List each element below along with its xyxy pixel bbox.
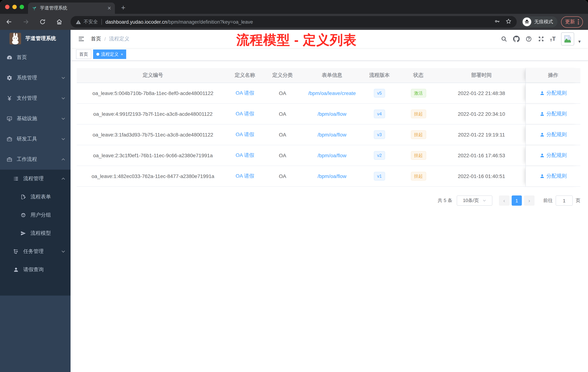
sidebar-item-home[interactable]: 首页 bbox=[0, 47, 71, 68]
sidebar-item-user-group[interactable]: 用户分组 bbox=[0, 206, 71, 224]
forward-icon[interactable] bbox=[20, 16, 31, 27]
definition-name-link[interactable]: OA 请假 bbox=[236, 152, 254, 159]
browser-menu-icon[interactable] bbox=[578, 19, 579, 24]
definition-name-link[interactable]: OA 请假 bbox=[236, 131, 254, 138]
sidebar-item-process-model[interactable]: 流程模型 bbox=[0, 224, 71, 242]
back-icon[interactable] bbox=[4, 16, 15, 27]
cell-status: 挂起 bbox=[399, 104, 437, 124]
zoom-window-button[interactable] bbox=[20, 5, 24, 9]
sidebar-item-payment[interactable]: 支付管理 bbox=[0, 88, 71, 109]
browser-tab[interactable]: 芋道管理系统 ✕ bbox=[28, 2, 115, 14]
table-row: oa_leave:2:3c1f0ef1-76b1-11ec-9c66-a2380… bbox=[77, 145, 580, 166]
version-tag: v3 bbox=[374, 130, 385, 139]
bookmark-star-icon[interactable] bbox=[505, 18, 512, 26]
table-row: oa_leave:4:991f2193-7b7f-11ec-a3c8-acde4… bbox=[77, 104, 580, 124]
cell-version: v3 bbox=[360, 124, 399, 145]
definition-name-link[interactable]: OA 请假 bbox=[236, 111, 254, 117]
form-info-link[interactable]: /bpm/oa/flow bbox=[318, 132, 346, 138]
form-info-link[interactable]: /bpm/oa/flow bbox=[318, 173, 346, 179]
assign-rule-link[interactable]: 分配规则 bbox=[539, 152, 567, 159]
navbar: 首页 / 流程定义 TT bbox=[71, 30, 588, 48]
browser-update-button[interactable]: 更新 bbox=[561, 16, 583, 27]
list-icon bbox=[13, 176, 19, 182]
sidebar-item-process-form[interactable]: 流程表单 bbox=[0, 188, 71, 206]
close-icon[interactable]: × bbox=[121, 52, 123, 56]
cell-definition-id: oa_leave:5:004b710b-7b8a-11ec-8ef0-acde4… bbox=[77, 83, 229, 103]
assign-rule-link[interactable]: 分配规则 bbox=[539, 173, 567, 179]
update-label: 更新 bbox=[565, 19, 575, 25]
tag-process-definition[interactable]: 流程定义× bbox=[93, 50, 126, 59]
cell-definition-id: oa_leave:4:991f2193-7b7f-11ec-a3c8-acde4… bbox=[77, 104, 229, 124]
sidebar-item-label: 用户分组 bbox=[31, 212, 51, 219]
toolbox-icon bbox=[7, 136, 12, 142]
form-info-link[interactable]: /bpm/oa/leave/create bbox=[308, 90, 356, 96]
sidebar-item-label: 流程管理 bbox=[23, 175, 44, 182]
chevron-up-icon bbox=[61, 157, 65, 162]
not-secure-warning-icon[interactable] bbox=[76, 19, 81, 25]
browser-window: 芋道管理系统 ✕ + 不安全 dashboard.yudao.iocoder.c… bbox=[0, 0, 588, 372]
sidebar-item-task-manage[interactable]: 任务管理 bbox=[0, 242, 71, 261]
yen-icon bbox=[7, 95, 12, 101]
status-tag: 挂起 bbox=[411, 130, 426, 139]
sidebar-item-leave-query[interactable]: 请假查询 bbox=[0, 261, 71, 279]
tag-home[interactable]: 首页 bbox=[76, 50, 91, 59]
table-row: oa_leave:3:1fad3d93-7b75-11ec-a3c8-acde4… bbox=[77, 124, 580, 145]
cell-deploy-time: 2022-01-16 01:40:51 bbox=[437, 166, 525, 186]
address-bar[interactable]: 不安全 dashboard.yudao.iocoder.cn/bpm/manag… bbox=[71, 16, 517, 28]
sidebar-item-devtools[interactable]: 研发工具 bbox=[0, 129, 71, 149]
sidebar-item-infra[interactable]: 基础设施 bbox=[0, 109, 71, 129]
column-header-6: 部署时间 bbox=[437, 68, 525, 83]
pagination-total: 共 5 条 bbox=[438, 197, 452, 204]
help-icon[interactable] bbox=[525, 35, 532, 42]
browser-tab-strip: 芋道管理系统 ✕ + bbox=[0, 0, 588, 14]
form-info-link[interactable]: /bpm/oa/flow bbox=[318, 111, 346, 117]
password-key-icon[interactable] bbox=[494, 18, 500, 26]
sidebar-item-process-manage[interactable]: 流程管理 bbox=[0, 170, 71, 188]
definition-name-link[interactable]: OA 请假 bbox=[236, 173, 254, 179]
chevron-up-icon bbox=[61, 176, 65, 181]
cell-actions: 分配规则 bbox=[525, 124, 580, 145]
cell-category: OA bbox=[261, 145, 304, 166]
definition-name-link[interactable]: OA 请假 bbox=[236, 90, 254, 97]
avatar-caret-icon[interactable]: ▼ bbox=[578, 39, 581, 44]
sidebar-toggle-icon[interactable] bbox=[78, 35, 85, 43]
tags-view: 首页流程定义× bbox=[71, 48, 588, 61]
close-window-button[interactable] bbox=[5, 5, 10, 9]
status-tag: 挂起 bbox=[411, 151, 426, 160]
new-tab-button[interactable]: + bbox=[118, 3, 128, 12]
url-domain: dashboard.yudao.iocoder.cn bbox=[105, 19, 167, 25]
breadcrumb-home[interactable]: 首页 bbox=[91, 36, 101, 42]
sidebar-item-system[interactable]: 系统管理 bbox=[0, 68, 71, 88]
sidebar-logo[interactable]: 芋道管理系统 bbox=[0, 30, 71, 47]
prev-page-button[interactable]: ‹ bbox=[499, 196, 509, 206]
next-page-button[interactable]: › bbox=[524, 196, 535, 206]
favicon-seedling-icon bbox=[32, 5, 37, 11]
page-size-select[interactable]: 10条/页 bbox=[457, 196, 492, 206]
tab-close-icon[interactable]: ✕ bbox=[107, 5, 111, 11]
assign-rule-link[interactable]: 分配规则 bbox=[539, 111, 567, 117]
github-icon[interactable] bbox=[513, 35, 520, 42]
search-icon[interactable] bbox=[500, 35, 507, 42]
cell-version: v2 bbox=[360, 145, 399, 166]
home-icon[interactable] bbox=[54, 16, 65, 27]
reload-icon[interactable] bbox=[37, 16, 48, 27]
app-title: 芋道管理系统 bbox=[25, 35, 56, 42]
assign-rule-link[interactable]: 分配规则 bbox=[539, 131, 567, 138]
form-info-link[interactable]: /bpm/oa/flow bbox=[318, 153, 346, 158]
sidebar-item-workflow[interactable]: 工作流程 bbox=[0, 149, 71, 170]
cell-form-info: /bpm/oa/flow bbox=[304, 124, 360, 145]
column-header-3: 表单信息 bbox=[304, 68, 360, 83]
monitor-icon bbox=[7, 116, 12, 121]
minimize-window-button[interactable] bbox=[12, 5, 17, 9]
chevron-down-icon bbox=[61, 117, 65, 121]
dashboard-icon bbox=[7, 55, 12, 60]
font-size-icon[interactable]: TT bbox=[550, 36, 556, 42]
avatar[interactable] bbox=[561, 33, 574, 45]
sidebar-item-label: 流程模型 bbox=[31, 230, 51, 237]
cell-definition-id: oa_leave:3:1fad3d93-7b75-11ec-a3c8-acde4… bbox=[77, 124, 229, 145]
cell-deploy-time: 2022-01-16 17:46:53 bbox=[437, 145, 525, 166]
assign-rule-link[interactable]: 分配规则 bbox=[539, 90, 567, 97]
page-1-button[interactable]: 1 bbox=[512, 196, 522, 206]
goto-page-input[interactable] bbox=[556, 196, 573, 206]
fullscreen-icon[interactable] bbox=[537, 35, 544, 42]
